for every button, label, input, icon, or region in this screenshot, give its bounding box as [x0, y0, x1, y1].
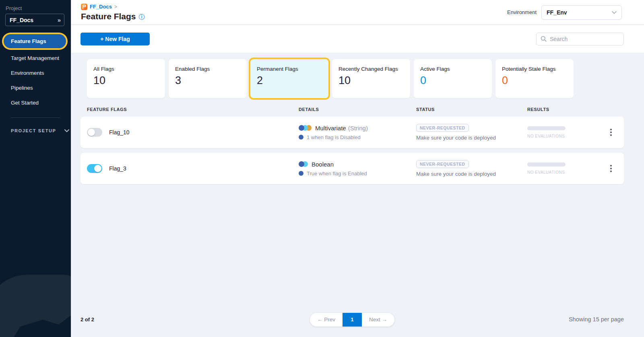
- stat-card-potentially-stale-flags[interactable]: Potentially Stale Flags 0: [495, 59, 574, 98]
- feature-flags-module-icon: [81, 4, 87, 10]
- variation-dot-icon: [299, 135, 303, 140]
- stat-value: 0: [420, 74, 485, 87]
- stat-label: Recently Changed Flags: [339, 66, 404, 72]
- project-setup-label: PROJECT SETUP: [11, 128, 56, 133]
- flag-name[interactable]: Flag_3: [109, 165, 126, 172]
- stat-label: Permanent Flags: [257, 66, 322, 72]
- flag-toggle-on[interactable]: [87, 164, 102, 173]
- column-header-results: RESULTS: [527, 107, 608, 112]
- toggle-knob: [88, 129, 95, 136]
- chevron-down-icon: [64, 129, 69, 132]
- sidebar-item-target-management[interactable]: Target Management: [0, 51, 71, 66]
- new-flag-button[interactable]: + New Flag: [80, 33, 150, 45]
- results-text: NO EVALUATIONS: [527, 170, 608, 175]
- pagination: ← Prev 1 Next →: [310, 313, 394, 327]
- collapse-sidebar-icon[interactable]: »: [58, 16, 60, 23]
- stat-card-permanent-flags-highlighted[interactable]: Permanent Flags 2: [250, 59, 328, 98]
- stat-value: 10: [339, 74, 404, 87]
- stat-label: Enabled Flags: [175, 66, 240, 72]
- status-badge: NEVER-REQUESTED: [416, 160, 469, 168]
- sidebar: Project FF_Docs » Feature Flags Target M…: [0, 0, 71, 337]
- sidebar-item-environments[interactable]: Environments: [0, 66, 71, 80]
- sidebar-item-feature-flags[interactable]: Feature Flags: [4, 34, 66, 48]
- project-selector[interactable]: FF_Docs »: [5, 14, 64, 26]
- row-options-kebab-icon[interactable]: [608, 162, 614, 175]
- table-footer: 2 of 2 ← Prev 1 Next → Showing 15 per pa…: [80, 309, 624, 337]
- status-text: Make sure your code is deployed: [416, 171, 527, 177]
- stat-value: 2: [257, 74, 322, 87]
- variation-dot-icon: [299, 171, 303, 176]
- row-count: 2 of 2: [80, 316, 94, 323]
- boolean-variations-icon: [299, 161, 308, 167]
- chevron-down-icon: [612, 11, 617, 14]
- flag-name[interactable]: Flag_10: [109, 129, 130, 136]
- page-1-button[interactable]: 1: [343, 313, 362, 327]
- stat-value: 3: [175, 74, 240, 87]
- column-header-status: STATUS: [416, 107, 527, 112]
- search-box[interactable]: [536, 33, 624, 45]
- flag-type: Boolean: [312, 161, 334, 168]
- search-icon: [541, 36, 547, 42]
- project-label: Project: [6, 5, 71, 11]
- toggle-knob: [94, 165, 101, 172]
- page-header: FF_Docs > Feature Flags ⓘ Environment FF…: [71, 0, 644, 25]
- results-text: NO EVALUATIONS: [527, 134, 608, 138]
- environment-select[interactable]: FF_Env: [541, 5, 622, 20]
- search-input[interactable]: [550, 36, 619, 42]
- info-icon[interactable]: ⓘ: [139, 14, 145, 20]
- table-row-flag-10[interactable]: Flag_10 Multivariate (String) 1 when fla…: [80, 117, 624, 148]
- results-placeholder-bar: [527, 162, 566, 166]
- results-placeholder-bar: [527, 126, 566, 130]
- variation-note: True when flag is Enabled: [307, 171, 367, 177]
- status-badge: NEVER-REQUESTED: [416, 124, 469, 132]
- stat-value: 0: [502, 74, 567, 87]
- table-header: FEATURE FLAGS DETAILS STATUS RESULTS: [80, 107, 624, 112]
- project-name: FF_Docs: [10, 17, 33, 23]
- flag-type-suffix: (String): [348, 125, 368, 132]
- sidebar-item-get-started[interactable]: Get Started: [0, 95, 71, 110]
- flag-type: Multivariate: [315, 125, 346, 132]
- environment-label: Environment: [507, 9, 537, 15]
- project-setup-section-toggle[interactable]: PROJECT SETUP: [11, 128, 71, 133]
- main-area: FF_Docs > Feature Flags ⓘ Environment FF…: [71, 0, 644, 337]
- stat-value: 10: [93, 74, 159, 87]
- stat-label: Active Flags: [420, 66, 485, 72]
- stat-card-enabled-flags[interactable]: Enabled Flags 3: [169, 59, 247, 98]
- column-header-details: DETAILS: [299, 107, 416, 112]
- table-row-flag-3[interactable]: Flag_3 Boolean True when flag is Enabled…: [80, 153, 624, 184]
- breadcrumb: FF_Docs >: [81, 3, 145, 10]
- flag-toggle-off[interactable]: [87, 128, 102, 137]
- stat-label: All Flags: [93, 66, 159, 72]
- sidebar-divider: [11, 117, 60, 118]
- stat-card-all-flags[interactable]: All Flags 10: [87, 59, 165, 98]
- per-page-info: Showing 15 per page: [569, 316, 624, 323]
- variation-note: 1 when flag is Disabled: [307, 134, 361, 140]
- next-page-button[interactable]: Next →: [362, 313, 394, 327]
- breadcrumb-project-link[interactable]: FF_Docs: [90, 4, 112, 10]
- row-options-kebab-icon[interactable]: [608, 126, 614, 138]
- stat-label: Potentially Stale Flags: [502, 66, 567, 72]
- breadcrumb-separator: >: [114, 4, 117, 10]
- content: All Flags 10 Enabled Flags 3 Permanent F…: [71, 53, 644, 337]
- stat-card-active-flags[interactable]: Active Flags 0: [414, 59, 492, 98]
- stat-card-recently-changed-flags[interactable]: Recently Changed Flags 10: [332, 59, 410, 98]
- prev-page-button[interactable]: ← Prev: [310, 313, 343, 327]
- status-text: Make sure your code is deployed: [416, 135, 527, 141]
- toolbar: + New Flag: [71, 25, 644, 53]
- column-header-feature-flags: FEATURE FLAGS: [87, 107, 299, 112]
- page-title: Feature Flags: [81, 12, 136, 21]
- stats-row: All Flags 10 Enabled Flags 3 Permanent F…: [87, 59, 624, 98]
- multivariate-variations-icon: [299, 125, 312, 131]
- sidebar-nav: Feature Flags Target Management Environm…: [0, 34, 71, 110]
- environment-value: FF_Env: [547, 9, 567, 16]
- sidebar-item-pipelines[interactable]: Pipelines: [0, 80, 71, 95]
